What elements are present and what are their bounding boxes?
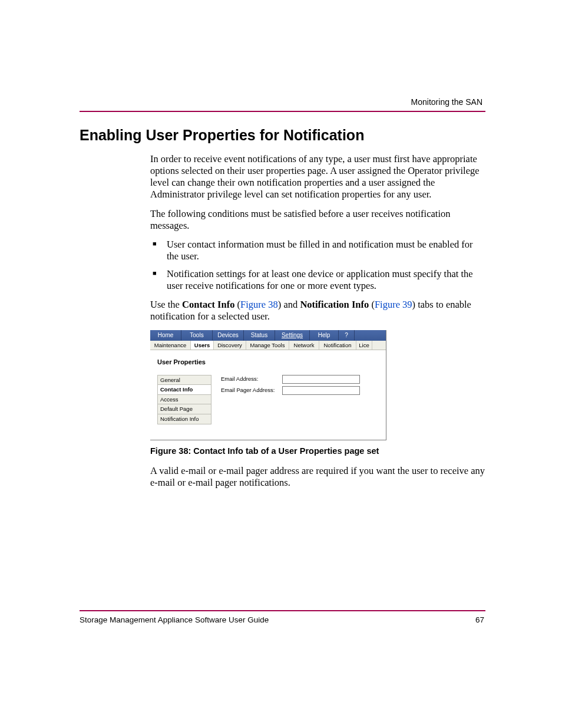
email-address-input[interactable] bbox=[282, 375, 360, 384]
subnav-maintenance[interactable]: Maintenance bbox=[150, 341, 191, 350]
email-pager-address-label: Email Pager Address: bbox=[221, 387, 282, 394]
email-address-label: Email Address: bbox=[221, 375, 282, 383]
text-fragment: ) and bbox=[278, 299, 300, 310]
panel: User Properties General Contact Info Acc… bbox=[150, 350, 386, 440]
running-head: Monitoring the SAN bbox=[411, 97, 482, 107]
top-nav: Home Tools Devices Status Settings Help … bbox=[150, 330, 386, 341]
sub-nav: Maintenance Users Discovery Manage Tools… bbox=[150, 341, 386, 351]
email-pager-address-input[interactable] bbox=[282, 386, 360, 395]
subnav-network[interactable]: Network bbox=[289, 341, 319, 350]
text-fragment: ( bbox=[369, 299, 375, 310]
nav-status[interactable]: Status bbox=[244, 330, 275, 341]
panel-title: User Properties bbox=[157, 358, 379, 366]
figure-caption: Figure 38: Contact Info tab of a User Pr… bbox=[150, 446, 485, 457]
nav-devices[interactable]: Devices bbox=[213, 330, 244, 341]
tab-general[interactable]: General bbox=[157, 375, 211, 385]
subnav-manage-tools[interactable]: Manage Tools bbox=[246, 341, 289, 350]
xref-figure-39[interactable]: Figure 39 bbox=[375, 299, 412, 310]
figure-38-screenshot: Home Tools Devices Status Settings Help … bbox=[150, 330, 386, 441]
tab-notification-info[interactable]: Notification Info bbox=[157, 414, 211, 424]
intro-paragraph-1: In order to receive event notifications … bbox=[150, 153, 485, 201]
text-fragment: ( bbox=[234, 299, 240, 310]
header-rule bbox=[80, 111, 485, 112]
subnav-discovery[interactable]: Discovery bbox=[214, 341, 246, 350]
nav-help[interactable]: Help bbox=[310, 330, 339, 341]
bold-contact-info: Contact Info bbox=[182, 299, 234, 310]
closing-paragraph: A valid e-mail or e-mail pager address a… bbox=[150, 465, 485, 489]
tab-default-page[interactable]: Default Page bbox=[157, 404, 211, 414]
nav-home[interactable]: Home bbox=[150, 330, 181, 341]
tab-contact-info[interactable]: Contact Info bbox=[157, 384, 211, 394]
form-row: Email Address: bbox=[221, 375, 379, 384]
nav-tools[interactable]: Tools bbox=[181, 330, 213, 341]
subnav-notification[interactable]: Notification bbox=[319, 341, 356, 350]
footer-page-number: 67 bbox=[475, 615, 484, 624]
side-tabs: General Contact Info Access Default Page… bbox=[157, 375, 211, 424]
form-row: Email Pager Address: bbox=[221, 386, 379, 395]
list-item: Notification settings for at least one d… bbox=[150, 268, 485, 292]
subnav-license[interactable]: Lice bbox=[356, 341, 372, 350]
nav-question[interactable]: ? bbox=[339, 330, 355, 341]
text-fragment: Use the bbox=[150, 299, 182, 310]
content-area: Enabling User Properties for Notificatio… bbox=[80, 127, 485, 496]
subnav-users[interactable]: Users bbox=[191, 341, 214, 350]
intro-paragraph-2: The following conditions must be satisfi… bbox=[150, 208, 485, 232]
conditions-list: User contact information must be filled … bbox=[150, 239, 485, 292]
page-title: Enabling User Properties for Notificatio… bbox=[80, 127, 485, 144]
xref-figure-38[interactable]: Figure 38 bbox=[240, 299, 278, 310]
footer-rule bbox=[80, 610, 485, 611]
form-area: Email Address: Email Pager Address: bbox=[221, 375, 379, 424]
list-item: User contact information must be filled … bbox=[150, 239, 485, 262]
bold-notification-info: Notification Info bbox=[300, 299, 369, 310]
footer-guide-title: Storage Management Appliance Software Us… bbox=[80, 615, 269, 624]
body-text: In order to receive event notifications … bbox=[150, 153, 485, 489]
tab-access[interactable]: Access bbox=[157, 394, 211, 404]
instruction-paragraph: Use the Contact Info (Figure 38) and Not… bbox=[150, 299, 485, 322]
nav-settings[interactable]: Settings bbox=[275, 330, 310, 341]
